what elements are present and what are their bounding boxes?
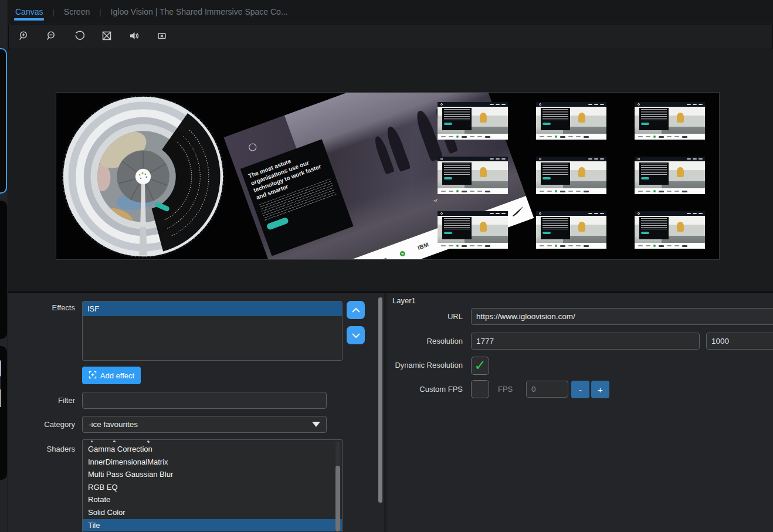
layer-thumbnail-selected[interactable] <box>0 48 7 194</box>
person-figure <box>677 222 684 232</box>
url-input[interactable] <box>471 308 773 325</box>
shaders-scrollbar[interactable] <box>335 441 340 532</box>
tile-nav-strip <box>536 211 606 216</box>
web-page-tile <box>438 211 508 249</box>
fisheye-projection <box>57 92 229 260</box>
shaders-list[interactable]: Gamma Correction InnerDimensionalMatrix … <box>82 439 343 532</box>
resolution-width-input[interactable] <box>471 333 700 350</box>
dropdown-caret-icon <box>312 422 320 427</box>
category-dropdown[interactable]: -ice favourites <box>82 416 327 433</box>
tile-hero-card <box>639 108 668 130</box>
tile-cta-button <box>641 232 649 234</box>
dynamic-resolution-checkbox[interactable]: ✓ <box>471 357 489 375</box>
zoom-in-button[interactable] <box>16 29 32 45</box>
tile-logo-footer <box>635 134 705 140</box>
web-page-tile <box>635 102 705 140</box>
shader-row[interactable]: Multi Pass Gaussian Blur <box>83 468 342 481</box>
custom-fps-checkbox[interactable]: ✓ <box>471 380 489 398</box>
fps-label: FPS <box>498 385 513 394</box>
tile-hero-card <box>442 162 471 185</box>
tile-logo-footer <box>536 243 606 249</box>
shader-row-selected[interactable]: Tile <box>83 519 342 532</box>
fps-increment-button[interactable]: + <box>591 381 609 398</box>
tile-hero-card <box>639 217 668 239</box>
tile-cta-button <box>641 177 649 179</box>
properties-section: Effects ISF Add effect Filter Category -… <box>8 292 773 532</box>
tile-logo-footer <box>635 243 705 249</box>
layer-title: Layer1 <box>392 296 416 305</box>
tile-cta-button <box>543 177 551 179</box>
web-page-tile <box>536 157 606 194</box>
tile-hero-card <box>541 162 569 185</box>
tile-cta-button <box>641 123 649 125</box>
small-box-x-icon <box>157 31 167 43</box>
rotate-button[interactable] <box>72 29 87 45</box>
zoom-out-icon <box>46 31 57 43</box>
add-effect-button[interactable]: Add effect <box>82 367 141 384</box>
tab-igloo-vision-page[interactable]: Igloo Vision | The Shared Immersive Spac… <box>110 1 289 22</box>
resolution-height-input[interactable] <box>706 333 773 350</box>
tile-logo-icon <box>638 103 640 106</box>
shader-row[interactable]: Rotate <box>83 493 342 506</box>
url-label: URL <box>386 312 463 321</box>
shader-row[interactable]: Gamma Correction <box>83 443 342 456</box>
tile-hero-card <box>541 217 569 239</box>
thumbnail-image-fragment <box>0 377 1 389</box>
panel-scrollbar-thumb[interactable] <box>378 297 382 503</box>
tile-nav-strip <box>635 211 705 216</box>
tile-nav-strip <box>635 157 705 161</box>
tile-grid <box>438 102 705 249</box>
shader-row[interactable]: InnerDimensionalMatrix <box>83 456 342 469</box>
tile-hero-card <box>442 217 471 239</box>
effects-label: Effects <box>8 303 75 312</box>
tile-cta-button <box>543 232 551 234</box>
filter-input[interactable] <box>82 392 327 409</box>
tile-logo-icon <box>440 212 443 215</box>
tile-logo-footer <box>438 188 508 194</box>
web-page-tile <box>438 157 508 194</box>
tile-nav-strip <box>635 102 705 107</box>
shader-row[interactable]: RGB EQ <box>83 481 342 494</box>
layer-thumbnail[interactable] <box>0 201 7 339</box>
web-page-tile <box>536 211 606 249</box>
check-icon: ✓ <box>474 358 486 372</box>
layer-thumbnail-strip <box>0 0 8 532</box>
tile-logo-footer <box>438 243 508 249</box>
tab-screen[interactable]: Screen <box>63 1 91 22</box>
fps-decrement-button[interactable]: - <box>571 381 589 398</box>
clear-canvas-button[interactable] <box>99 29 114 45</box>
layer-thumbnail[interactable] <box>0 346 7 480</box>
web-page-tile <box>635 157 705 194</box>
tile-hero-card <box>541 108 569 130</box>
shader-row-clipped[interactable] <box>83 440 342 443</box>
tile-hero-card <box>442 108 471 130</box>
tab-canvas[interactable]: Canvas <box>14 1 44 22</box>
tile-nav-strip <box>438 102 508 107</box>
effects-list[interactable]: ISF <box>82 301 343 361</box>
person-figure <box>677 167 684 177</box>
layer-panel: Layer1 URL Resolution Dynamic Resolution… <box>386 293 773 532</box>
audio-button[interactable] <box>127 29 142 45</box>
fps-input[interactable] <box>526 381 568 398</box>
move-effect-down-button[interactable] <box>347 326 365 344</box>
tile-nav-strip <box>536 157 606 161</box>
move-effect-up-button[interactable] <box>347 301 365 319</box>
zoom-out-button[interactable] <box>44 29 59 45</box>
rotate-icon <box>74 31 84 43</box>
canvas-toolbar <box>8 25 773 49</box>
add-effect-label: Add effect <box>100 371 134 380</box>
effect-row-isf[interactable]: ISF <box>83 301 342 316</box>
atkins-logo: ATKINS <box>370 256 388 260</box>
chevron-down-icon <box>351 330 361 341</box>
shader-row[interactable]: Solid Color <box>83 506 342 519</box>
tile-logo-icon <box>539 103 541 106</box>
tile-logo-icon <box>539 158 541 160</box>
shaders-scrollbar-thumb[interactable] <box>335 466 340 531</box>
person-figure <box>578 222 585 232</box>
tile-cta-button <box>444 232 452 234</box>
custom-fps-label: Custom FPS <box>386 385 463 394</box>
canvas-viewport[interactable]: The most astute organisations use our te… <box>8 49 773 292</box>
chevron-up-icon <box>351 305 361 316</box>
canvas-preview-image: The most astute organisations use our te… <box>56 92 720 260</box>
close-layer-button[interactable] <box>154 29 169 45</box>
